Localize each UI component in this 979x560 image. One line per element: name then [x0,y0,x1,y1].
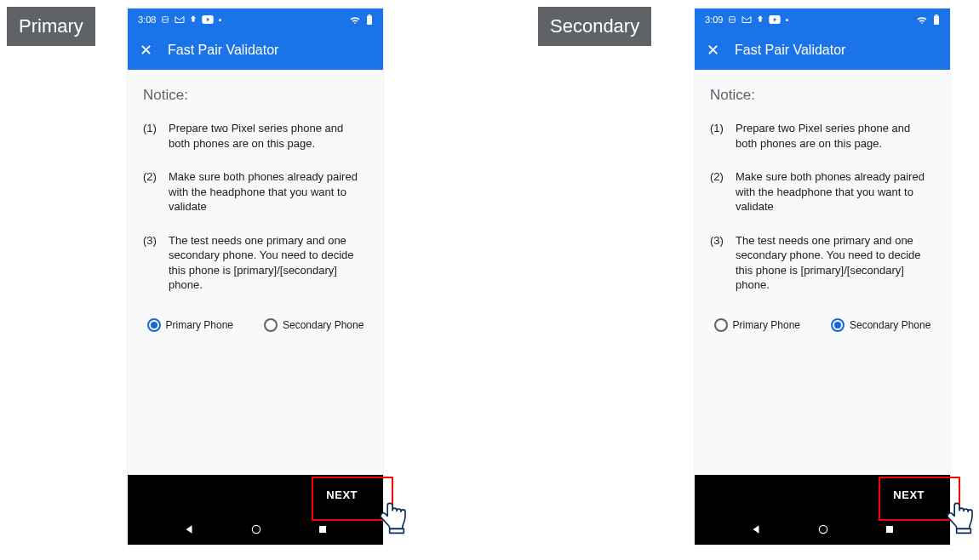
radio-button-icon [264,318,278,332]
notice-text: The test needs one primary and one secon… [736,233,935,293]
svg-rect-11 [886,526,893,533]
svg-rect-2 [369,14,371,16]
radio-label: Primary Phone [166,319,233,331]
radio-secondary-phone[interactable]: Secondary Phone [831,318,930,332]
screenshot-icon [161,15,169,24]
radio-label: Primary Phone [733,319,800,331]
bottom-area: NEXT [695,475,950,545]
notice-heading: Notice: [143,87,368,104]
app-title: Fast Pair Validator [168,43,278,58]
screenshot-icon [728,15,736,24]
content-area: Notice: (1) Prepare two Pixel series pho… [128,70,383,475]
svg-point-10 [819,525,827,533]
youtube-icon [769,15,781,24]
notice-text: Prepare two Pixel series phone and both … [169,121,368,151]
phone-secondary: 3:09 ✕ Fast Pair Validator [695,9,950,545]
radio-primary-phone[interactable]: Primary Phone [714,318,800,332]
phone-primary: 3:08 ✕ Fast Pair Validator [128,9,383,545]
nav-bar [128,514,383,545]
svg-point-4 [252,525,260,533]
gmail-icon [741,15,752,24]
status-more-dot [786,19,788,21]
radio-secondary-phone[interactable]: Secondary Phone [264,318,364,332]
notice-item: (3) The test needs one primary and one s… [710,233,935,293]
notice-item: (2) Make sure both phones already paired… [710,169,935,214]
notice-item: (2) Make sure both phones already paired… [143,169,368,214]
status-time: 3:08 [138,14,156,25]
notice-text: The test needs one primary and one secon… [169,233,368,293]
nav-back-icon[interactable] [750,523,762,535]
next-button[interactable]: NEXT [893,489,925,501]
notice-item: (1) Prepare two Pixel series phone and b… [143,121,368,151]
nav-home-icon[interactable] [817,523,829,535]
nav-home-icon[interactable] [250,523,262,535]
notice-num: (2) [143,169,160,214]
status-more-dot [219,19,221,21]
notice-text: Prepare two Pixel series phone and both … [736,121,935,151]
app-bar: ✕ Fast Pair Validator [128,31,383,70]
content-area: Notice: (1) Prepare two Pixel series pho… [695,70,950,475]
svg-rect-3 [367,16,372,26]
signal-mini-icon [757,15,764,24]
wifi-icon [349,15,361,24]
pointer-hand-icon [378,500,407,534]
notice-num: (3) [710,233,727,293]
radio-group: Primary Phone Secondary Phone [143,318,368,332]
nav-recents-icon[interactable] [885,524,895,534]
radio-group: Primary Phone Secondary Phone [710,318,935,332]
signal-mini-icon [190,15,197,24]
close-icon[interactable]: ✕ [707,43,719,58]
radio-label: Secondary Phone [850,319,930,331]
nav-recents-icon[interactable] [318,524,328,534]
radio-button-icon [147,318,161,332]
notice-text: Make sure both phones already paired wit… [169,169,368,214]
radio-button-icon [714,318,728,332]
radio-primary-phone[interactable]: Primary Phone [147,318,233,332]
status-time: 3:09 [705,14,723,25]
device-label-secondary: Secondary [538,7,651,46]
radio-label: Secondary Phone [283,319,364,331]
youtube-icon [202,15,214,24]
action-bar: NEXT [695,475,950,514]
bottom-area: NEXT [128,475,383,545]
device-label-primary: Primary [7,7,95,46]
app-bar: ✕ Fast Pair Validator [695,31,950,70]
status-bar: 3:09 [695,9,950,31]
nav-bar [695,514,950,545]
notice-item: (3) The test needs one primary and one s… [143,233,368,293]
nav-back-icon[interactable] [183,523,195,535]
battery-icon [933,14,940,25]
close-icon[interactable]: ✕ [140,43,152,58]
notice-heading: Notice: [710,87,935,104]
pointer-hand-icon [945,500,974,534]
radio-button-icon [831,318,844,332]
notice-num: (1) [710,121,727,151]
app-title: Fast Pair Validator [735,43,845,58]
svg-rect-8 [936,14,938,16]
status-bar: 3:08 [128,9,383,31]
next-button[interactable]: NEXT [326,489,358,501]
notice-item: (1) Prepare two Pixel series phone and b… [710,121,935,151]
action-bar: NEXT [128,475,383,514]
battery-icon [366,14,373,25]
svg-rect-9 [934,16,939,26]
svg-rect-5 [319,526,326,533]
notice-num: (3) [143,233,160,293]
wifi-icon [916,15,928,24]
notice-num: (1) [143,121,160,151]
gmail-icon [175,15,185,24]
notice-num: (2) [710,169,727,214]
notice-text: Make sure both phones already paired wit… [736,169,935,214]
